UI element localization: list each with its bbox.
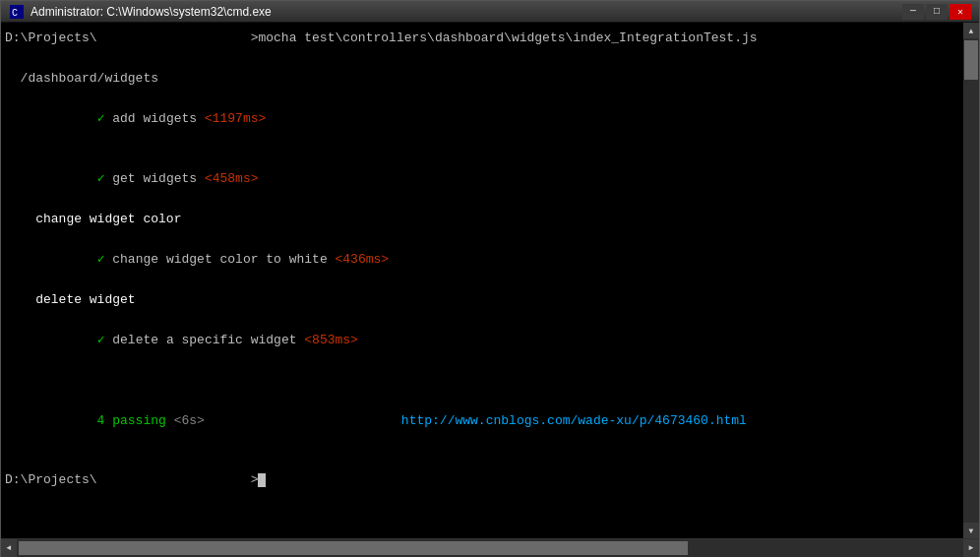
- passing-text: 4 passing <6s>: [5, 392, 205, 450]
- cmd-prompt-1: D:\Projects\████████████████████>mocha t…: [5, 31, 758, 45]
- scroll-up-arrow[interactable]: ▲: [963, 23, 979, 38]
- blank-line-1: [5, 48, 959, 68]
- hscroll-left-button[interactable]: ◄: [1, 539, 17, 557]
- cmd-icon: C: [9, 4, 25, 20]
- test2-check: ✓: [66, 171, 104, 186]
- hscroll-thumb[interactable]: [19, 541, 688, 555]
- test2-time: <458ms>: [205, 171, 259, 186]
- test-line-2: ✓ get widgets <458ms>: [5, 150, 959, 208]
- passing-count: 4 passing: [82, 413, 166, 428]
- test2-label: get widgets: [104, 171, 204, 186]
- hscroll-right-button[interactable]: ►: [963, 539, 979, 557]
- maximize-button[interactable]: □: [926, 4, 948, 20]
- test3-check: ✓: [66, 252, 104, 267]
- window-controls: ─ □ ✕: [902, 4, 971, 20]
- hscroll-track[interactable]: [17, 539, 963, 557]
- close-button[interactable]: ✕: [949, 4, 971, 20]
- passing-line: 4 passing <6s> http://www.cnblogs.com/wa…: [5, 392, 959, 450]
- test1-label: add widgets: [104, 111, 204, 126]
- cursor: [258, 473, 266, 487]
- test-line-1: ✓ add widgets <1197ms>: [5, 91, 959, 149]
- svg-text:C: C: [12, 8, 18, 19]
- passing-time: <6s>: [166, 413, 205, 428]
- minimize-button[interactable]: ─: [902, 4, 924, 20]
- test1-check: ✓: [66, 111, 104, 126]
- cmd-window: C Administrator: C:\Windows\system32\cmd…: [0, 0, 980, 557]
- command-line-1: D:\Projects\████████████████████>mocha t…: [5, 29, 959, 48]
- test3-time: <436ms>: [336, 252, 390, 267]
- scrollbar-vertical[interactable]: ▲ ▼: [963, 23, 979, 538]
- window-title: Administrator: C:\Windows\system32\cmd.e…: [31, 5, 902, 19]
- scroll-track[interactable]: [963, 38, 979, 523]
- scrollbar-horizontal-area: ◄ ►: [1, 538, 979, 556]
- section-header-2: change widget color: [5, 210, 959, 229]
- titlebar: C Administrator: C:\Windows\system32\cmd…: [1, 1, 979, 23]
- terminal[interactable]: D:\Projects\████████████████████>mocha t…: [1, 23, 963, 538]
- scroll-thumb[interactable]: [964, 40, 978, 80]
- scroll-down-arrow[interactable]: ▼: [963, 523, 979, 538]
- blank-line-3: [5, 452, 959, 471]
- test3-label: change widget color to white: [104, 252, 335, 267]
- blog-link[interactable]: http://www.cnblogs.com/wade-xu/p/4673460…: [401, 411, 747, 431]
- section-header: /dashboard/widgets: [5, 69, 959, 89]
- content-area: D:\Projects\████████████████████>mocha t…: [1, 23, 979, 538]
- test4-label: delete a specific widget: [104, 333, 304, 347]
- test-line-4: ✓ delete a specific widget <853ms>: [5, 311, 959, 369]
- blank-line-2: [5, 371, 959, 391]
- test4-check: ✓: [66, 333, 104, 347]
- test4-time: <853ms>: [304, 333, 358, 347]
- test-line-3: ✓ change widget color to white <436ms>: [5, 230, 959, 288]
- test1-time: <1197ms>: [205, 111, 266, 126]
- section-header-3: delete widget: [5, 290, 959, 310]
- command-line-2: D:\Projects\████████████████████>: [5, 470, 959, 490]
